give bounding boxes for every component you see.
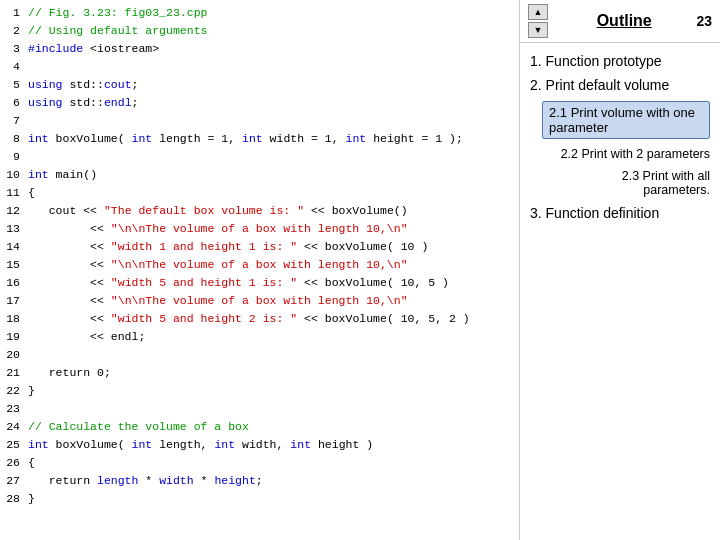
line-number: 28 <box>0 490 28 508</box>
line-number: 11 <box>0 184 28 202</box>
outline-items: 1. Function prototype2. Print default vo… <box>520 43 720 231</box>
nav-down-button[interactable]: ▼ <box>528 22 548 38</box>
line-text: << "\n\nThe volume of a box with length … <box>28 256 519 274</box>
code-line: 16 << "width 5 and height 1 is: " << box… <box>0 274 519 292</box>
line-number: 17 <box>0 292 28 310</box>
outline-item[interactable]: 2.3 Print with all parameters. <box>526 167 714 199</box>
line-number: 12 <box>0 202 28 220</box>
line-text: int boxVolume( int length, int width, in… <box>28 436 519 454</box>
line-text: } <box>28 490 519 508</box>
line-text: // Calculate the volume of a box <box>28 418 519 436</box>
code-segment: boxVolume( <box>49 132 132 145</box>
code-line: 12 cout << "The default box volume is: "… <box>0 202 519 220</box>
code-segment: ; <box>256 474 263 487</box>
code-segment: << <box>28 222 111 235</box>
code-line: 13 << "\n\nThe volume of a box with leng… <box>0 220 519 238</box>
code-line: 26{ <box>0 454 519 472</box>
code-segment: int <box>28 438 49 451</box>
code-segment: "The default box volume is: " <box>104 204 304 217</box>
code-line: 14 << "width 1 and height 1 is: " << box… <box>0 238 519 256</box>
code-segment: return <box>28 474 97 487</box>
code-segment: << endl; <box>28 330 145 343</box>
code-segment: * <box>138 474 159 487</box>
line-number: 9 <box>0 148 28 166</box>
code-segment: height = 1 ); <box>366 132 463 145</box>
code-segment: height ) <box>311 438 373 451</box>
code-segment: int <box>290 438 311 451</box>
code-segment: int <box>242 132 263 145</box>
line-text: { <box>28 184 519 202</box>
outline-item-highlight[interactable]: 2.1 Print volume with one parameter <box>542 101 710 139</box>
code-segment: * <box>194 474 215 487</box>
code-segment: << boxVolume( 10, 5 ) <box>297 276 449 289</box>
line-number: 16 <box>0 274 28 292</box>
line-number: 2 <box>0 22 28 40</box>
code-segment: length <box>97 474 138 487</box>
code-line: 27 return length * width * height; <box>0 472 519 490</box>
line-text: // Using default arguments <box>28 22 519 40</box>
line-number: 20 <box>0 346 28 364</box>
outline-header: ▲ ▼ Outline 23 <box>520 0 720 43</box>
code-segment: "\n\nThe volume of a box with length 10,… <box>111 294 408 307</box>
code-segment: int <box>28 168 49 181</box>
code-line: 9 <box>0 148 519 166</box>
code-line: 8int boxVolume( int length = 1, int widt… <box>0 130 519 148</box>
code-panel: 1// Fig. 3.23: fig03_23.cpp2// Using def… <box>0 0 520 540</box>
code-segment: int <box>132 132 153 145</box>
line-number: 1 <box>0 4 28 22</box>
line-text: << "width 1 and height 1 is: " << boxVol… <box>28 238 519 256</box>
code-segment: #include <box>28 42 83 55</box>
code-segment: << <box>28 276 111 289</box>
line-number: 13 <box>0 220 28 238</box>
code-segment: // Fig. 3.23: fig03_23.cpp <box>28 6 207 19</box>
code-segment: int <box>28 132 49 145</box>
code-line: 20 <box>0 346 519 364</box>
code-line: 23 <box>0 400 519 418</box>
code-line: 7 <box>0 112 519 130</box>
code-segment: "\n\nThe volume of a box with length 10,… <box>111 222 408 235</box>
code-line: 6using std::endl; <box>0 94 519 112</box>
line-number: 5 <box>0 76 28 94</box>
code-segment: << <box>28 258 111 271</box>
outline-nav: ▲ ▼ <box>528 4 548 38</box>
line-number: 10 <box>0 166 28 184</box>
line-text: using std::cout; <box>28 76 519 94</box>
code-segment: } <box>28 492 35 505</box>
outline-item[interactable]: 2. Print default volume <box>526 75 714 95</box>
outline-item[interactable]: 1. Function prototype <box>526 51 714 71</box>
line-number: 6 <box>0 94 28 112</box>
code-lines: 1// Fig. 3.23: fig03_23.cpp2// Using def… <box>0 4 519 508</box>
line-text: cout << "The default box volume is: " <<… <box>28 202 519 220</box>
line-text: // Fig. 3.23: fig03_23.cpp <box>28 4 519 22</box>
line-text: #include <iostream> <box>28 40 519 58</box>
outline-item[interactable]: 2.2 Print with 2 parameters <box>526 145 714 163</box>
code-segment: "\n\nThe volume of a box with length 10,… <box>111 258 408 271</box>
line-text: int boxVolume( int length = 1, int width… <box>28 130 519 148</box>
code-segment: ; <box>132 78 139 91</box>
code-segment: <iostream> <box>83 42 159 55</box>
line-text: } <box>28 382 519 400</box>
code-segment: length, <box>152 438 214 451</box>
line-number: 19 <box>0 328 28 346</box>
code-segment: "width 1 and height 1 is: " <box>111 240 297 253</box>
code-line: 4 <box>0 58 519 76</box>
code-segment: { <box>28 186 35 199</box>
code-segment: int <box>214 438 235 451</box>
code-segment: length = 1, <box>152 132 242 145</box>
line-text: { <box>28 454 519 472</box>
code-segment: int <box>346 132 367 145</box>
line-text: << "width 5 and height 2 is: " << boxVol… <box>28 310 519 328</box>
outline-item[interactable]: 2.1 Print volume with one parameter <box>526 99 714 141</box>
code-line: 22} <box>0 382 519 400</box>
code-line: 10int main() <box>0 166 519 184</box>
line-number: 23 <box>0 400 28 418</box>
code-line: 28} <box>0 490 519 508</box>
outline-item[interactable]: 3. Function definition <box>526 203 714 223</box>
code-segment: cout << <box>28 204 104 217</box>
line-number: 24 <box>0 418 28 436</box>
code-segment: ; <box>132 96 139 109</box>
code-segment: endl <box>104 96 132 109</box>
line-number: 21 <box>0 364 28 382</box>
code-line: 2// Using default arguments <box>0 22 519 40</box>
nav-up-button[interactable]: ▲ <box>528 4 548 20</box>
